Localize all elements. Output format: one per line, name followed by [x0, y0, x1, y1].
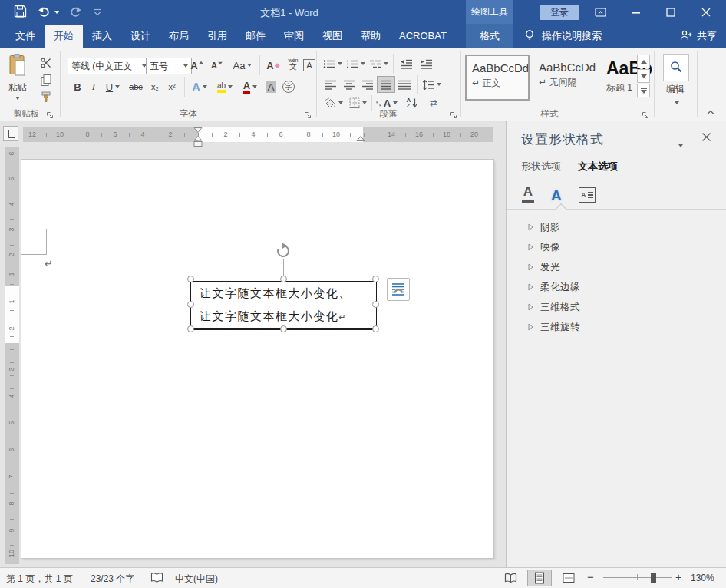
style-no-spacing[interactable]: AaBbCcDd↵ 无间隔 — [533, 55, 597, 101]
tab-stop-selector[interactable] — [3, 126, 18, 141]
font-dialog-launcher-icon[interactable] — [304, 110, 312, 121]
selection-handle[interactable] — [372, 276, 379, 282]
styles-more-icon[interactable] — [637, 84, 650, 97]
tab-layout[interactable]: 布局 — [160, 25, 198, 48]
tab-text-options[interactable]: 文本选项 — [578, 160, 618, 173]
cut-button[interactable] — [38, 55, 54, 71]
sort-button[interactable]: AZ — [402, 96, 422, 110]
change-case-button[interactable]: Aa — [232, 58, 253, 73]
multilevel-list-button[interactable] — [368, 56, 388, 71]
highlight-color-button[interactable]: ab — [213, 79, 236, 94]
first-line-indent-marker[interactable] — [193, 127, 203, 133]
paragraph-dialog-launcher-icon[interactable] — [450, 110, 457, 121]
pane-section-reflection[interactable]: 映像 — [528, 239, 580, 256]
align-right-button[interactable] — [359, 77, 376, 92]
web-layout-icon[interactable] — [557, 570, 580, 586]
print-layout-icon[interactable] — [528, 570, 551, 586]
character-shading-button[interactable]: A — [264, 79, 278, 94]
borders-button[interactable] — [347, 96, 368, 110]
right-indent-marker[interactable] — [356, 136, 365, 142]
hanging-indent-marker[interactable] — [193, 136, 203, 148]
pane-section-3d-format[interactable]: 三维格式 — [528, 299, 580, 315]
selection-handle[interactable] — [280, 276, 287, 282]
text-effects-pane-icon[interactable]: A — [551, 188, 562, 203]
line-spacing-button[interactable] — [421, 77, 442, 92]
zoom-out-button[interactable]: − — [587, 570, 594, 583]
tab-acrobat[interactable]: ACROBAT — [390, 25, 456, 48]
bold-button[interactable]: B — [71, 79, 84, 94]
tab-insert[interactable]: 插入 — [83, 25, 121, 48]
pane-section-soft-edges[interactable]: 柔化边缘 — [528, 279, 580, 296]
tab-shape-options[interactable]: 形状选项 — [521, 160, 561, 173]
bullets-button[interactable] — [322, 56, 342, 71]
styles-scroll-down-icon[interactable] — [637, 69, 650, 83]
superscript-button[interactable]: x² — [164, 79, 180, 94]
tab-home[interactable]: 开始 — [45, 25, 83, 48]
format-painter-button[interactable] — [38, 89, 54, 104]
selection-handle[interactable] — [372, 325, 379, 332]
collapse-ribbon-icon[interactable] — [706, 106, 715, 117]
read-mode-icon[interactable] — [499, 570, 522, 586]
distributed-button[interactable] — [396, 77, 413, 92]
font-size-combo[interactable]: 五号 — [146, 58, 192, 74]
enclose-characters-button[interactable]: 字 — [281, 79, 296, 94]
qat-customize-icon[interactable] — [93, 7, 102, 18]
horizontal-ruler[interactable]: 1210864224681014161820 — [23, 127, 493, 142]
show-hide-marks-button[interactable]: ⇄ — [425, 96, 442, 110]
pane-section-glow[interactable]: 发光 — [528, 259, 580, 276]
styles-dialog-launcher-icon[interactable] — [642, 110, 649, 121]
clear-formatting-button[interactable]: A◆ — [264, 58, 282, 73]
tab-view[interactable]: 视图 — [313, 25, 351, 48]
zoom-slider-handle[interactable] — [651, 573, 656, 583]
align-left-button[interactable] — [322, 77, 339, 92]
share-button[interactable]: 共享 — [680, 25, 717, 48]
align-center-button[interactable] — [341, 77, 358, 92]
tab-review[interactable]: 审阅 — [275, 25, 313, 48]
grow-font-button[interactable]: A — [189, 58, 206, 73]
pane-section-shadow[interactable]: 阴影 — [528, 219, 580, 236]
copy-button[interactable] — [38, 72, 54, 88]
zoom-level[interactable]: 130% — [691, 573, 714, 583]
selection-handle[interactable] — [280, 325, 287, 332]
selection-handle[interactable] — [187, 301, 194, 308]
rotation-handle[interactable] — [275, 243, 292, 262]
shading-button[interactable] — [322, 96, 344, 110]
find-button[interactable] — [663, 54, 689, 81]
document-page[interactable]: ↵ 让文字随文本框大小变化、 让文字随文本框大小变化↵ — [21, 160, 493, 558]
textbox-text[interactable]: 让文字随文本框大小变化、 让文字随文本框大小变化↵ — [200, 282, 351, 329]
close-icon[interactable] — [695, 5, 717, 20]
tab-format[interactable]: 格式 — [466, 24, 513, 48]
word-count[interactable]: 23/23 个字 — [91, 573, 134, 586]
character-border-button[interactable]: A — [302, 58, 316, 73]
undo-button[interactable] — [38, 6, 59, 19]
tab-mailings[interactable]: 邮件 — [236, 25, 275, 48]
selection-handle[interactable] — [372, 301, 379, 308]
pane-close-icon[interactable] — [701, 132, 714, 144]
pane-options-caret-icon[interactable] — [676, 138, 683, 150]
paste-button[interactable]: 粘贴 — [8, 54, 28, 100]
font-color-button[interactable]: A — [239, 79, 261, 94]
textbox-layout-icon[interactable]: A — [579, 187, 596, 203]
page-indicator[interactable]: 第 1 页，共 1 页 — [6, 573, 73, 586]
zoom-slider-track[interactable] — [603, 577, 672, 578]
redo-icon[interactable] — [70, 6, 82, 19]
clipboard-dialog-launcher-icon[interactable] — [46, 110, 54, 121]
selection-handle[interactable] — [187, 325, 194, 332]
ribbon-display-options-icon[interactable] — [589, 5, 611, 20]
tab-help[interactable]: 帮助 — [351, 25, 390, 48]
styles-scroll-up-icon[interactable] — [637, 55, 650, 68]
increase-indent-button[interactable] — [417, 56, 434, 71]
text-fill-outline-icon[interactable]: A — [522, 185, 534, 203]
italic-button[interactable]: I — [87, 79, 100, 94]
vertical-ruler[interactable]: 65432112345678910 — [5, 147, 19, 564]
editing-group-button[interactable]: 编辑 — [654, 83, 697, 96]
language-indicator[interactable]: 中文(中国) — [175, 573, 218, 586]
zoom-in-button[interactable]: + — [675, 571, 681, 583]
numbering-button[interactable] — [345, 56, 365, 71]
layout-options-button[interactable] — [387, 278, 410, 301]
font-name-combo[interactable]: 等线 (中文正文 — [68, 58, 150, 74]
underline-button[interactable]: U — [103, 79, 123, 94]
proofing-icon[interactable] — [150, 572, 163, 586]
justify-button[interactable] — [378, 77, 394, 92]
phonetic-guide-button[interactable]: wén文 — [285, 56, 301, 71]
